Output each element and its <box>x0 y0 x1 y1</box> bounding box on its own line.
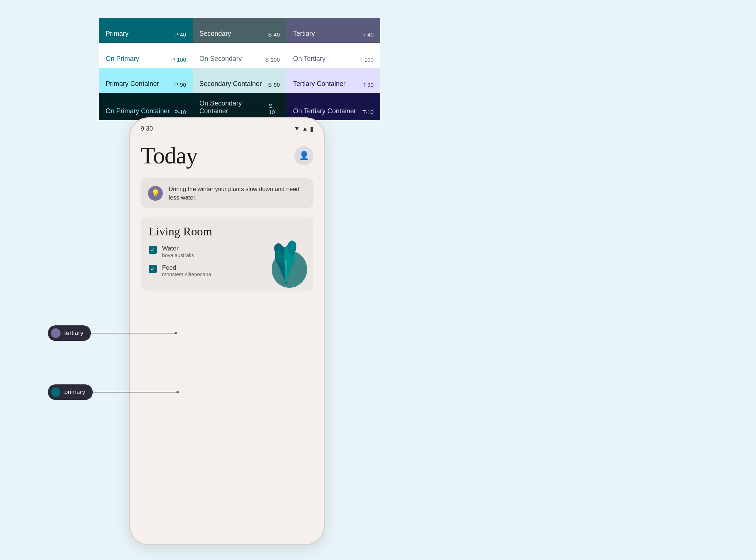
annotation-primary: primary <box>48 384 181 400</box>
check-icon: ✓ <box>151 247 155 253</box>
on-primary-container-label: On Primary Container <box>106 107 170 115</box>
color-cell-on-secondary: On Secondary S-100 <box>193 43 286 68</box>
color-cell-tertiary-container: Tertiary Container T-90 <box>286 68 380 93</box>
on-secondary-container-label: On Secondary Container <box>199 100 269 115</box>
annotation-pill-primary: primary <box>48 384 93 400</box>
tertiary-container-code: T-90 <box>362 82 374 88</box>
tertiary-container-label: Tertiary Container <box>293 80 346 88</box>
tip-card: 💡 During the winter your plants slow dow… <box>141 178 313 208</box>
color-cell-on-primary: On Primary P-100 <box>99 43 193 68</box>
avatar-button[interactable]: 👤 <box>294 146 313 165</box>
task-text-water: Water hoya australis <box>162 245 194 258</box>
checkbox-water[interactable]: ✓ <box>149 246 157 254</box>
color-cell-tertiary-40: Tertiary T-40 <box>286 18 380 43</box>
on-primary-code: P-100 <box>171 56 186 63</box>
secondary-container-code: S-90 <box>268 82 280 88</box>
task-sub-feed: monstera siltepecana <box>162 272 211 277</box>
person-icon: 👤 <box>299 151 309 160</box>
status-icons: ▼ ▲ ▮ <box>294 125 313 132</box>
color-cell-on-secondary-container: On Secondary Container S-10 <box>193 93 286 120</box>
annotation-line-primary <box>93 388 181 396</box>
status-bar: 9:30 ▼ ▲ ▮ <box>130 118 324 135</box>
annotation-label-tertiary: tertiary <box>64 329 83 337</box>
checkbox-feed[interactable]: ✓ <box>149 265 157 273</box>
check-icon-2: ✓ <box>151 266 155 272</box>
annotation-dot-primary <box>51 387 61 397</box>
annotation-line-tertiary <box>91 329 179 337</box>
color-cell-primary-container: Primary Container P-90 <box>99 68 193 93</box>
on-primary-container-code: P-10 <box>174 109 186 115</box>
task-name-feed: Feed <box>162 264 211 272</box>
annotation-dot-tertiary <box>51 328 61 338</box>
color-cell-secondary-40: Secondary S-40 <box>193 18 286 43</box>
secondary-40-code: S-40 <box>268 31 280 38</box>
lightbulb-icon: 💡 <box>151 189 160 198</box>
battery-icon: ▮ <box>310 125 313 132</box>
color-table: Primary P-40 Secondary S-40 Tertiary T-4… <box>99 18 380 120</box>
primary-container-code: P-90 <box>174 82 186 88</box>
color-cell-on-primary-container: On Primary Container P-10 <box>99 93 193 120</box>
status-time: 9:30 <box>141 125 153 132</box>
phone-content: Today 👤 💡 During the winter your plants … <box>130 135 324 291</box>
on-primary-label: On Primary <box>106 55 139 63</box>
annotation-tertiary: tertiary <box>48 325 179 341</box>
color-cell-on-tertiary-container: On Tertiary Container T-10 <box>286 93 380 120</box>
phone-header: Today 👤 <box>141 142 313 169</box>
tip-text: During the winter your plants slow down … <box>169 185 306 202</box>
primary-container-label: Primary Container <box>106 80 159 88</box>
secondary-40-label: Secondary <box>199 30 231 38</box>
wifi-icon: ▼ <box>294 125 300 132</box>
on-secondary-container-code: S-10 <box>269 103 280 115</box>
svg-point-4 <box>176 391 179 393</box>
tip-icon-wrap: 💡 <box>148 186 163 201</box>
tertiary-40-code: T-40 <box>362 31 374 38</box>
on-secondary-label: On Secondary <box>199 55 242 63</box>
on-tertiary-container-code: T-10 <box>362 109 374 115</box>
secondary-container-label: Secondary Container <box>199 80 262 88</box>
color-cell-primary-40: Primary P-40 <box>99 18 193 43</box>
primary-40-code: P-40 <box>174 31 186 38</box>
task-name-water: Water <box>162 245 194 252</box>
color-cell-on-tertiary: On Tertiary T-100 <box>286 43 380 68</box>
plant-illustration <box>262 229 310 288</box>
on-secondary-code: S-100 <box>265 56 280 63</box>
tertiary-40-label: Tertiary <box>293 30 315 38</box>
color-cell-secondary-container: Secondary Container S-90 <box>193 68 286 93</box>
annotation-pill-tertiary: tertiary <box>48 325 91 341</box>
living-room-card: Living Room ✓ Water hoya australis ✓ <box>141 217 313 291</box>
primary-40-label: Primary <box>106 30 128 38</box>
on-tertiary-code: T-100 <box>360 56 374 63</box>
page-title: Today <box>141 142 197 169</box>
svg-point-2 <box>175 332 177 334</box>
on-tertiary-label: On Tertiary <box>293 55 326 63</box>
task-text-feed: Feed monstera siltepecana <box>162 264 211 277</box>
annotation-label-primary: primary <box>64 388 85 396</box>
task-sub-water: hoya australis <box>162 252 194 258</box>
signal-icon: ▲ <box>302 125 308 132</box>
on-tertiary-container-label: On Tertiary Container <box>293 107 356 115</box>
